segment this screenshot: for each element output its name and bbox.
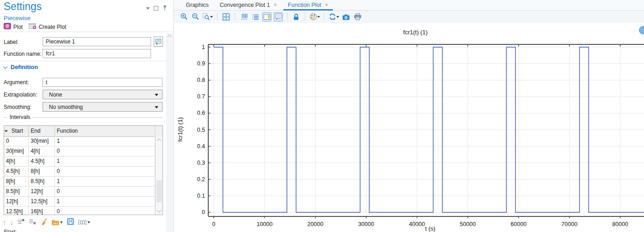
cell-start[interactable]: 12.5[h] [4, 207, 29, 215]
cell-start[interactable]: 8[h] [4, 177, 29, 186]
lock-icon [292, 13, 300, 21]
cell-end[interactable]: 4[h] [29, 146, 55, 156]
function-plot-canvas[interactable]: 0100002000030000400005000060000700008000… [174, 23, 644, 232]
add-row-button[interactable] [17, 218, 25, 227]
table-row[interactable]: 0 30[min] 1 [4, 136, 155, 146]
clear-table-button[interactable] [40, 218, 48, 227]
tab-function-plot[interactable]: Function Plot × [282, 0, 334, 10]
cell-function[interactable]: 1 [55, 136, 155, 146]
float-window-icon[interactable] [154, 6, 158, 11]
tab-graphics[interactable]: Graphics [180, 0, 214, 10]
label-input[interactable] [43, 37, 151, 46]
table-row[interactable]: 30[min] 4[h] 0 [4, 146, 155, 156]
cell-end[interactable]: 4.5[h] [29, 156, 55, 166]
print-button[interactable] [353, 12, 362, 22]
printer-icon [354, 13, 362, 21]
cell-start[interactable]: 30[min] [4, 146, 29, 156]
save-table-button[interactable] [67, 218, 74, 227]
create-plot-button[interactable]: Create Plot [39, 24, 66, 30]
create-plot-icon [29, 23, 37, 31]
zoom-out-button[interactable] [191, 12, 200, 22]
plot-button[interactable]: Plot [13, 24, 23, 30]
refresh-icon [329, 13, 336, 21]
settings-scrollbar[interactable] [166, 33, 173, 232]
cell-end[interactable]: 16[h] [29, 207, 55, 215]
table-row[interactable]: 4[h] 4.5[h] 1 [4, 156, 155, 167]
extrapolation-value: None [49, 92, 62, 98]
chevron-down-icon [87, 221, 90, 223]
tab-close-icon[interactable]: × [274, 2, 277, 8]
definition-section-header[interactable]: Definition [4, 64, 38, 70]
cell-function[interactable]: 0 [55, 146, 155, 156]
argument-input[interactable] [43, 78, 162, 87]
zoom-in-button[interactable] [179, 12, 189, 22]
node-type-label: Piecewise [4, 15, 31, 22]
smoothing-field-label: Smoothing: [4, 104, 32, 110]
cell-function[interactable]: 1 [55, 177, 155, 186]
scroll-up-icon[interactable] [168, 35, 172, 39]
camera-button[interactable] [341, 12, 351, 22]
table-row[interactable]: 12.5[h] 16[h] 0 [4, 207, 155, 215]
x-axis-grid-icon [240, 13, 248, 21]
pin-icon[interactable] [162, 4, 167, 12]
table-row[interactable]: 8[h] 8.5[h] 1 [4, 177, 155, 187]
graphics-panel: Graphics Convergence Plot 1 × Function P… [174, 0, 644, 232]
cell-start[interactable]: 4[h] [4, 156, 29, 166]
zoom-extents-button[interactable] [222, 12, 231, 22]
row-marker-icon: ▸▸ [5, 126, 7, 136]
cell-function[interactable]: 1 [55, 197, 155, 206]
svg-text:0.4: 0.4 [197, 143, 205, 150]
chevron-down-icon [317, 16, 320, 18]
broom-icon [40, 218, 48, 225]
rename-label-button[interactable] [154, 37, 163, 47]
column-header-start[interactable]: ▸▸ Start [4, 126, 29, 136]
table-row[interactable]: 12[h] 12.5[h] 1 [4, 197, 155, 207]
table-row[interactable]: 4.5[h] 8[h] 0 [4, 167, 155, 177]
cell-function[interactable]: 0 [55, 187, 155, 196]
extrapolation-select[interactable]: None [43, 90, 162, 99]
svg-text:1: 1 [202, 44, 205, 50]
move-up-button[interactable]: ↑ [3, 218, 6, 227]
lock-button[interactable] [292, 12, 301, 22]
column-header-end[interactable]: End [29, 126, 55, 136]
scroll-down-icon[interactable] [157, 208, 162, 213]
y-grid-toggle[interactable] [251, 12, 260, 22]
move-down-button[interactable]: ↓ [10, 218, 13, 227]
table-row[interactable]: 8.5[h] 12[h] 0 [4, 187, 155, 197]
delete-row-button[interactable] [29, 218, 36, 227]
cell-function[interactable]: 0 [55, 207, 155, 215]
column-header-function[interactable]: Function [55, 126, 155, 136]
svg-text:0.7: 0.7 [197, 93, 205, 100]
table-options-button[interactable] [78, 219, 90, 226]
cell-end[interactable]: 30[min] [29, 136, 55, 146]
scroll-up-icon[interactable] [157, 139, 162, 143]
cell-function[interactable]: 0 [55, 167, 155, 176]
function-name-input[interactable] [43, 49, 151, 58]
cell-end[interactable]: 8[h] [29, 167, 55, 176]
tab-label: Function Plot [288, 2, 321, 8]
legend-toggle[interactable] [262, 12, 271, 22]
palette-button[interactable] [309, 12, 320, 22]
plot-tooltip-icon [275, 13, 282, 21]
x-grid-toggle[interactable] [239, 12, 249, 22]
cell-start[interactable]: 0 [4, 136, 29, 146]
cell-start[interactable]: 8.5[h] [4, 187, 29, 196]
cell-end[interactable]: 12.5[h] [29, 197, 55, 206]
refresh-button[interactable] [329, 12, 339, 22]
annotation-toggle[interactable] [274, 12, 283, 22]
smoothing-select[interactable]: No smoothing [43, 102, 162, 112]
table-scrollbar[interactable] [155, 136, 162, 215]
cell-end[interactable]: 8.5[h] [29, 177, 55, 186]
scrollbar-thumb[interactable] [157, 180, 162, 202]
cell-start[interactable]: 12[h] [4, 197, 29, 206]
cell-function[interactable]: 1 [55, 156, 155, 166]
cell-end[interactable]: 12[h] [29, 187, 55, 196]
load-file-button[interactable] [52, 219, 63, 226]
tab-close-icon[interactable]: × [325, 2, 328, 8]
zoom-box-button[interactable] [202, 12, 213, 22]
svg-text:70000: 70000 [562, 221, 578, 227]
cell-start[interactable]: 4.5[h] [4, 167, 29, 176]
tab-convergence-plot-1[interactable]: Convergence Plot 1 × [214, 0, 282, 10]
chevron-down-icon[interactable] [146, 7, 150, 10]
table-options-icon [78, 219, 87, 226]
